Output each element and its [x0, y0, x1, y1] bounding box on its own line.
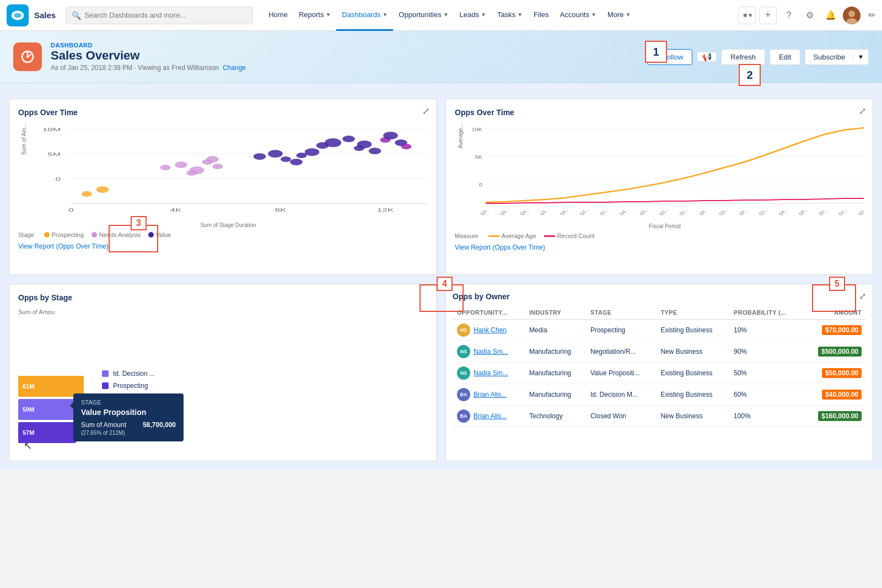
avatar[interactable]: [843, 7, 861, 24]
app-name: Sales: [34, 10, 56, 20]
edit-icon[interactable]: ✏: [868, 10, 875, 20]
table-row: BA Brian Alis... Technology Closed Won N…: [453, 406, 866, 427]
widget1-legend: Stage Prospecting Needs Analysis Value: [18, 231, 427, 238]
col-opportunity: OPPORTUNITY...: [453, 306, 525, 320]
stage-container: 61M 59M Stage Value Proposition Sum of A…: [18, 320, 427, 452]
nav-item-dashboards[interactable]: Dashboards ▼: [336, 0, 393, 31]
owner-link[interactable]: Brian Alis...: [474, 391, 507, 398]
table-row: NS Nadia Sm... Manufacturing Negotiation…: [453, 341, 866, 363]
search-input[interactable]: [84, 11, 247, 19]
cell-name: HC Hank Chen: [453, 320, 525, 341]
svg-text:0: 0: [479, 182, 483, 187]
cell-amount: $50,000.00: [803, 363, 866, 384]
edit-button[interactable]: Edit: [770, 49, 800, 65]
dashboard-title: Sales Overview: [51, 48, 647, 63]
cell-industry: Manufacturing: [525, 363, 586, 384]
notifications-button[interactable]: 🔔: [822, 7, 840, 24]
owner-link[interactable]: Nadia Sm...: [474, 348, 508, 355]
follow-icon-button[interactable]: 📢: [697, 52, 717, 62]
cell-probability: 90%: [729, 341, 803, 363]
follow-button[interactable]: + Follow: [647, 49, 693, 65]
cell-amount: $500,000.00: [803, 341, 866, 363]
nav-item-more[interactable]: More ▼: [602, 0, 637, 31]
refresh-button[interactable]: Refresh: [721, 49, 765, 65]
svg-text:Q3...: Q3...: [499, 208, 510, 217]
cell-industry: Manufacturing: [525, 384, 586, 406]
view-report-link-1[interactable]: View Report (Opps Over Time): [18, 242, 109, 250]
help-button[interactable]: ?: [780, 7, 798, 24]
svg-text:Q4...: Q4...: [778, 208, 789, 217]
svg-text:8K: 8K: [275, 207, 287, 213]
col-type: TYPE: [656, 306, 729, 320]
nav-item-accounts[interactable]: Accounts ▼: [555, 0, 602, 31]
search-box[interactable]: 🔍: [66, 7, 253, 24]
col-probability: PROBABILITY (...: [729, 306, 803, 320]
nav-item-home[interactable]: Home: [263, 0, 293, 31]
svg-text:Q1...: Q1...: [758, 208, 769, 217]
widget2-expand-icon[interactable]: ⤢: [859, 106, 866, 116]
svg-point-35: [325, 138, 341, 147]
measure-legend-label: Measure: [455, 233, 478, 239]
bar-label-1: 61M: [23, 383, 34, 390]
svg-text:12K: 12K: [377, 207, 394, 213]
svg-point-21: [160, 165, 171, 170]
owner-link[interactable]: Brian Alis...: [474, 412, 507, 420]
owner-avatar: BA: [457, 409, 470, 423]
dashboard-title-block: DASHBOARD Sales Overview As of Jan 25, 2…: [51, 42, 647, 72]
svg-text:Q4...: Q4...: [619, 208, 630, 217]
widget4-title: Opps by Owner: [453, 292, 509, 301]
bar-label-2: 59M: [23, 406, 34, 413]
chevron-down-icon: ▼: [591, 12, 596, 18]
legend-record-count: Record Count: [544, 233, 595, 239]
svg-point-29: [268, 150, 283, 158]
widget1-y-axis-label: Sum of Am...: [18, 123, 27, 155]
chevron-down-icon: ▼: [382, 12, 388, 18]
stage-legend-row-1: Id. Decision ...: [102, 370, 427, 377]
owner-link[interactable]: Nadia Sm...: [474, 369, 508, 377]
svg-text:10K: 10K: [472, 127, 483, 132]
avg-age-line: [488, 235, 499, 237]
widget2-line-chart: 10K 5K 0 Q3... Q3... Q4... Q3... Q4...: [466, 123, 864, 223]
legend-prospecting: Prospecting: [44, 231, 84, 238]
svg-point-30: [281, 157, 291, 162]
legend-avg-age: Average Age: [488, 233, 536, 239]
cell-type: New Business: [656, 341, 729, 363]
amount-badge: $500,000.00: [818, 347, 862, 357]
change-link[interactable]: Change: [223, 64, 246, 72]
svg-point-27: [213, 164, 223, 169]
settings-button[interactable]: ⚙: [801, 7, 819, 24]
app-logo[interactable]: [7, 4, 29, 26]
svg-text:10M: 10M: [42, 127, 61, 132]
cell-probability: 60%: [729, 384, 803, 406]
svg-text:Q2...: Q2...: [658, 208, 669, 217]
nav-item-leads[interactable]: Leads ▼: [454, 0, 492, 31]
widget4-expand-icon[interactable]: ⤢: [859, 291, 866, 301]
view-report-link-2[interactable]: View Report (Opps Over Time): [455, 244, 545, 251]
widget1-expand-icon[interactable]: ⤢: [422, 106, 429, 116]
cell-name: NS Nadia Sm...: [453, 363, 525, 384]
add-button[interactable]: +: [759, 7, 777, 24]
top-nav: Sales 🔍 Home Reports ▼ Dashboards ▼ Oppo…: [0, 0, 882, 31]
owner-link[interactable]: Hank Chen: [474, 326, 507, 334]
stage-bar-3: 57M: [18, 422, 76, 443]
svg-text:Q3...: Q3...: [539, 208, 550, 217]
subscribe-button[interactable]: Subscribe: [805, 50, 853, 64]
nav-item-tasks[interactable]: Tasks ▼: [492, 0, 528, 31]
favorites-button[interactable]: ★▾: [738, 7, 756, 24]
stage-legend-dot-2: [102, 382, 109, 389]
cell-stage: Prospecting: [586, 320, 657, 341]
widget-opps-over-time-scatter: 3 Opps Over Time ⤢ Sum of Am... 10M 5M: [9, 99, 437, 275]
svg-point-3: [848, 10, 855, 17]
subscribe-caret-button[interactable]: ▼: [853, 53, 868, 60]
nav-item-reports[interactable]: Reports ▼: [293, 0, 336, 31]
record-count-line: [544, 235, 555, 237]
nav-item-opportunities[interactable]: Opportunities ▼: [393, 0, 454, 31]
legend-needs-analysis: Needs Analysis: [92, 231, 141, 238]
dashboard-icon: [13, 42, 42, 71]
col-industry: INDUSTRY: [525, 306, 586, 320]
svg-text:0: 0: [55, 176, 61, 182]
nav-item-files[interactable]: Files: [528, 0, 554, 31]
svg-point-31: [290, 159, 303, 165]
svg-text:4K: 4K: [170, 207, 182, 213]
needs-analysis-dot: [92, 232, 97, 238]
